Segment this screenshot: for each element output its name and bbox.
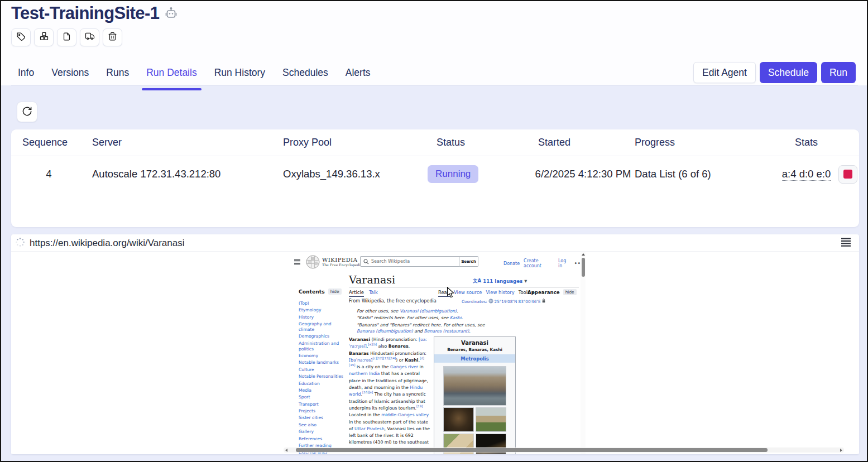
horizontal-scroll-thumb[interactable]: [296, 448, 768, 452]
wiki-search-box[interactable]: [360, 256, 459, 267]
wiki-text: (Hindi pronunciation:: [370, 337, 419, 342]
globe-icon: [488, 299, 493, 305]
infobox-photo-musicians[interactable]: [443, 407, 474, 432]
boxes-button[interactable]: [34, 28, 54, 46]
loading-spinner-icon: [15, 237, 25, 249]
toc-item[interactable]: Notable landmarks: [299, 360, 344, 365]
file-button[interactable]: [57, 28, 76, 46]
wiki-link[interactable]: Varanasi (disambiguation): [400, 309, 457, 314]
tab-alerts[interactable]: Alerts: [346, 66, 371, 85]
toc-item[interactable]: References: [299, 436, 344, 442]
article-tab[interactable]: Article: [349, 290, 364, 297]
toc-item[interactable]: See also: [299, 422, 344, 428]
wiki-link[interactable]: northern India: [349, 371, 380, 376]
appearance-hide-button[interactable]: hide: [563, 289, 577, 295]
languages-button[interactable]: 文A 111 languages ▼: [473, 278, 527, 285]
toc-item[interactable]: Projects: [299, 408, 344, 414]
donate-link[interactable]: Donate: [503, 261, 520, 266]
wiki-link[interactable]: [bəˈnaːrəs]: [349, 358, 372, 363]
stop-run-button[interactable]: [838, 165, 857, 184]
run-button[interactable]: Run: [821, 62, 856, 83]
wikipedia-logo[interactable]: [306, 255, 320, 271]
vertical-scrollbar[interactable]: [581, 252, 586, 454]
robot-icon: [164, 2, 178, 27]
wiki-link[interactable]: Kashi: [450, 315, 462, 320]
preview-menu-button[interactable]: [838, 236, 855, 251]
infobox-title: Varanasi: [434, 337, 515, 346]
scroll-left-arrow[interactable]: [285, 449, 287, 452]
schedule-button[interactable]: Schedule: [760, 62, 817, 83]
wikipedia-tagline: The Free Encyclopedia: [322, 263, 362, 267]
vertical-scroll-thumb[interactable]: [582, 258, 585, 277]
hatnotes: For other uses, see Varanasi (disambigua…: [357, 308, 496, 335]
create-account-link[interactable]: Create account: [524, 258, 554, 268]
tab-info[interactable]: Info: [18, 66, 34, 85]
wiki-menu-icon[interactable]: [294, 258, 300, 266]
wiki-text: and: [413, 329, 424, 334]
tab-schedules[interactable]: Schedules: [282, 66, 328, 85]
toc-item[interactable]: Transport: [299, 402, 344, 407]
col-status: Status: [437, 137, 531, 148]
wikipedia-wordmark[interactable]: WIKIPEDIA: [322, 257, 357, 263]
tag-icon: [16, 32, 26, 44]
title-rule: [349, 287, 579, 287]
wiki-link[interactable]: Ganges river: [390, 364, 418, 369]
view-source-tab[interactable]: View source: [454, 290, 482, 297]
wiki-citation[interactable]: [a][b]: [368, 343, 377, 346]
coordinates[interactable]: Coordinates: 25°19′08″N 83°00′46″E: [462, 298, 546, 305]
runs-table: Sequence Server Proxy Pool Status Starte…: [11, 129, 859, 227]
horizontal-scrollbar[interactable]: [284, 447, 844, 453]
wiki-search-button[interactable]: Search: [459, 256, 478, 267]
wiki-citation[interactable]: [19]: [416, 405, 423, 408]
tab-versions[interactable]: Versions: [51, 66, 89, 85]
toc-item[interactable]: (Top): [299, 301, 344, 306]
tag-button[interactable]: [11, 28, 31, 46]
col-started: Started: [531, 137, 635, 148]
toc-item[interactable]: Demographics: [299, 334, 344, 339]
wiki-search-input[interactable]: [371, 259, 456, 264]
truck-button[interactable]: [80, 28, 99, 46]
delete-button[interactable]: [103, 28, 122, 46]
toc-item[interactable]: Administration and politics: [299, 341, 344, 352]
view-history-tab[interactable]: View history: [486, 290, 514, 297]
tab-runs[interactable]: Runs: [106, 66, 129, 85]
wiki-citation[interactable]: [c][12][13][14]: [372, 357, 396, 360]
wiki-link[interactable]: middle-Ganges valley: [381, 412, 429, 417]
infobox-banner[interactable]: Metropolis: [434, 354, 515, 363]
infobox-photo-ganges-ghats[interactable]: [443, 366, 506, 406]
runs-table-header: Sequence Server Proxy Pool Status Starte…: [11, 129, 859, 156]
tab-run-details[interactable]: Run Details: [146, 66, 196, 85]
scroll-up-arrow[interactable]: [582, 253, 585, 256]
toc-item[interactable]: Gallery: [299, 429, 344, 435]
wiki-link[interactable]: Banaras (disambiguation): [357, 329, 413, 334]
toc-item[interactable]: History: [299, 315, 344, 320]
cell-progress: Data List (6 of 6): [635, 168, 774, 180]
toc-item[interactable]: Geography and climate: [299, 321, 344, 333]
refresh-button[interactable]: [17, 102, 37, 122]
tab-run-history[interactable]: Run History: [214, 66, 265, 85]
chevron-down-icon: ▼: [524, 279, 527, 283]
talk-tab[interactable]: Talk: [369, 290, 378, 297]
wiki-link[interactable]: Uttar Pradesh: [354, 426, 385, 431]
toc-item[interactable]: Economy: [299, 353, 344, 359]
contents-hide-button[interactable]: hide: [328, 288, 342, 295]
toc-item[interactable]: Notable Personalities: [299, 374, 344, 379]
hatnote: "Kāshī" redirects here. For other uses, …: [357, 315, 496, 321]
status-badge: Running: [428, 165, 478, 183]
wiki-citation[interactable]: [16][e]: [362, 391, 373, 394]
toc-item[interactable]: Culture: [299, 367, 344, 373]
wiki-link[interactable]: Benares (restaurant): [424, 329, 469, 334]
page-protection-lock-icon: [541, 298, 546, 305]
stats-value[interactable]: a:4 d:0 e:0: [782, 168, 831, 181]
trash-icon: [108, 32, 117, 44]
toc-item[interactable]: Sister cities: [299, 415, 344, 421]
toc-item[interactable]: Sport: [299, 394, 344, 400]
toc-item[interactable]: Etymology: [299, 307, 344, 313]
login-link[interactable]: Log in: [558, 258, 570, 268]
scroll-right-arrow[interactable]: [840, 449, 842, 452]
edit-agent-button[interactable]: Edit Agent: [693, 62, 756, 83]
toc-item[interactable]: Education: [299, 381, 344, 387]
toc-item[interactable]: Media: [299, 388, 344, 393]
table-of-contents: (Top)EtymologyHistoryGeography and clima…: [299, 301, 344, 454]
infobox-photo-ramnagar-fort[interactable]: [476, 407, 506, 432]
